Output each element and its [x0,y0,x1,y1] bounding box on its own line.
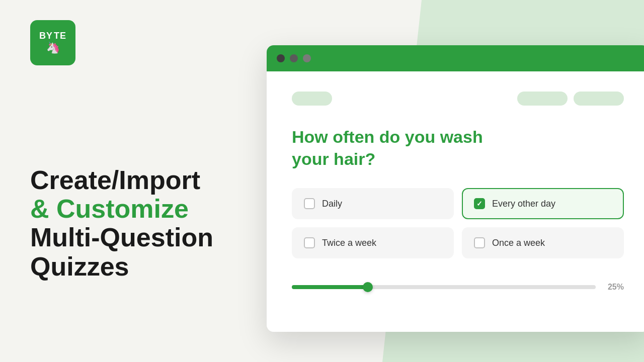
nav-pill-right2 [574,92,624,106]
logo: BY TE 🦄 [30,20,75,65]
headline-block: Create/Import & Customize Multi-Question… [30,166,213,281]
option-every-other-day[interactable]: Every other day [462,188,624,219]
option-once-a-week-label: Once a week [492,238,545,248]
progress-fill [292,285,368,289]
checkbox-twice-a-week[interactable] [304,237,315,248]
option-twice-a-week[interactable]: Twice a week [292,227,454,258]
browser-titlebar [267,45,644,71]
option-once-a-week[interactable]: Once a week [462,227,624,258]
browser-window: How often do you washyour hair? Daily Ev… [267,45,644,332]
progress-label: 25% [604,283,624,292]
headline-line1: Create/Import [30,166,213,195]
headline-line2: & Customize [30,195,213,223]
option-twice-a-week-label: Twice a week [322,238,376,248]
checkbox-daily[interactable] [304,198,315,209]
progress-section: 25% [292,283,624,292]
nav-pill-right1 [517,92,568,106]
browser-dot-maximize[interactable] [303,54,311,62]
options-grid: Daily Every other day Twice a week Once … [292,188,624,258]
headline-line3: Multi-Question [30,223,213,252]
logo-text-line2: TE [54,31,66,40]
progress-track[interactable] [292,285,596,289]
browser-dot-minimize[interactable] [290,54,298,62]
checkbox-every-other-day[interactable] [474,198,485,209]
browser-content: How often do you washyour hair? Daily Ev… [267,71,644,332]
nav-pills-right [517,92,624,106]
quiz-question: How often do you washyour hair? [292,126,624,170]
logo-icon: 🦄 [46,41,60,54]
headline-line4: Quizzes [30,252,213,281]
checkbox-once-a-week[interactable] [474,237,485,248]
option-every-other-day-label: Every other day [492,199,555,209]
browser-nav [292,92,624,106]
nav-pill-home [292,92,332,106]
option-daily-label: Daily [322,199,342,209]
logo-text-line1: BY [39,31,53,40]
browser-dot-close[interactable] [277,54,285,62]
progress-thumb[interactable] [363,282,373,292]
option-daily[interactable]: Daily [292,188,454,219]
